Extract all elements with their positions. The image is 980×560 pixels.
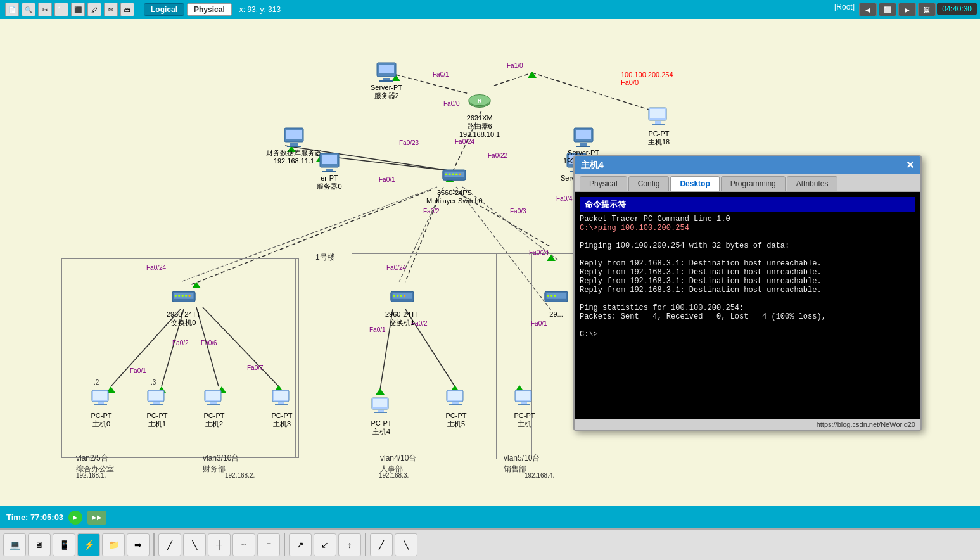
network-canvas[interactable]: vlan2/5台 综合办公室 vlan3/10台 财务部 vlan4/10台 人… [0, 19, 980, 506]
tab-config[interactable]: Config [628, 176, 670, 191]
svg-point-81 [554, 295, 556, 297]
tool-line4[interactable]: ╌ [232, 533, 255, 556]
dialog-content[interactable]: 命令提示符 Packet Tracer PC Command Line 1.0 … [575, 192, 920, 421]
redo-button[interactable]: ✉ [104, 3, 118, 16]
finance-server-icon [281, 124, 307, 149]
dialog-titlebar: 主机4 ✕ [575, 156, 920, 174]
tool-line5[interactable]: ⁻ [257, 533, 280, 556]
finance-server-device[interactable]: 财务数据库服务器192.168.11.1 [266, 124, 322, 165]
svg-rect-83 [576, 130, 591, 139]
svg-point-68 [181, 295, 184, 297]
tool-line1[interactable]: ╱ [158, 533, 181, 556]
server0-device[interactable]: er-PT服务器0 [317, 149, 342, 191]
cmd-line2: C:\>ping 100.100.200.254 [580, 224, 915, 232]
host1-label: PC-PT主机1 [147, 412, 168, 428]
host4-device[interactable]: PC-PT主机4 [369, 394, 394, 436]
tool-router[interactable]: ⚡ [77, 533, 100, 556]
cmd-line4: Pinging 100.100.200.254 with 32 bytes of… [580, 241, 915, 250]
tool-select[interactable]: 💻 [3, 533, 26, 556]
multilayer-switch-device[interactable]: 3560-24PSMultilayer Switch0 [426, 163, 483, 205]
host18-ip: 100.100.200.254Fa0/0 [621, 71, 673, 86]
svg-rect-112 [521, 402, 527, 404]
tool-anim2[interactable]: ╲ [395, 533, 417, 556]
svg-point-80 [550, 295, 553, 297]
tab-desktop[interactable]: Desktop [670, 176, 719, 191]
dialog-tabs: Physical Config Desktop Programming Attr… [575, 174, 920, 192]
switch0-device[interactable]: 2960-24TT交换机0 [167, 285, 201, 327]
port-fa07-sw0: Fa0/7 [247, 364, 264, 371]
port-fa01-s2: Fa0/1 [433, 71, 449, 78]
fast-forward-button[interactable]: ▶▶ [87, 511, 106, 525]
svg-point-79 [547, 295, 549, 297]
save-button[interactable]: ✂ [38, 3, 52, 16]
svg-rect-91 [149, 391, 163, 400]
host0-device[interactable]: PC-PT主机0 [89, 386, 114, 428]
switch2-device[interactable]: 29... [544, 285, 569, 319]
host2-device[interactable]: PC-PT主机2 [201, 386, 227, 428]
svg-point-59 [445, 173, 448, 175]
vlan-label-finance: vlan3/10台 财务部 [203, 453, 239, 474]
host-right-label: PC-PT主机 [514, 412, 535, 428]
tool-line3[interactable]: ┼ [208, 533, 231, 556]
tab-programming[interactable]: Programming [721, 176, 786, 191]
tab-physical[interactable]: Physical [187, 3, 232, 16]
tool-pdu2[interactable]: ↙ [314, 533, 336, 556]
tab-attributes[interactable]: Attributes [787, 176, 838, 191]
svg-rect-37 [379, 80, 393, 82]
router6-device[interactable]: R 2621XM路由器6192.168.10.1 [459, 89, 500, 139]
host1-icon [144, 386, 170, 412]
tool-hub[interactable]: 🖥 [28, 533, 51, 556]
toolbar-separator [139, 3, 139, 16]
print-button[interactable]: 🗃 [120, 3, 134, 16]
toolbar: 📄 🔍 ✂ ⬜ ⬛ 🖊 ✉ 🗃 Logical Physical x: 93, … [0, 0, 980, 19]
host18-device[interactable]: PC-PT主机18 [646, 105, 671, 146]
building-label: 1号楼 [315, 252, 335, 263]
tool-anim1[interactable]: ╱ [370, 533, 393, 556]
cmd-line6: Reply from 192.168.3.1: Destination host… [580, 259, 915, 268]
nav-zoom[interactable]: 🖼 [918, 3, 936, 16]
svg-rect-92 [153, 402, 160, 404]
svg-rect-95 [206, 391, 220, 400]
host3-device[interactable]: PC-PT主机3 [269, 386, 295, 428]
tool-pdu3[interactable]: ↕ [338, 533, 361, 556]
ip-bottom-2: 192.168.2. [225, 472, 255, 479]
tool-switch[interactable]: 📱 [53, 533, 75, 556]
cmd-line12: Packets: Sent = 4, Received = 0, Lost = … [580, 312, 915, 321]
tab-physical[interactable]: Physical [580, 176, 627, 191]
open-button[interactable]: 🔍 [22, 3, 35, 16]
svg-point-74 [397, 295, 399, 297]
new-button[interactable]: 📄 [5, 3, 19, 16]
host2-label: PC-PT主机2 [204, 412, 225, 428]
play-button[interactable]: ▶ [68, 511, 82, 525]
host-right-device[interactable]: PC-PT主机 [512, 386, 537, 428]
nav-forward[interactable]: ⬜ [879, 3, 896, 16]
svg-rect-52 [287, 146, 301, 147]
host3-label: PC-PT主机3 [272, 412, 293, 428]
paste-button[interactable]: ⬛ [71, 3, 85, 16]
bottom-tools: 💻 🖥 📱 ⚡ 📁 ➡ ╱ ╲ ┼ ╌ ⁻ ↗ ↙ ↕ ╱ ╲ [0, 528, 980, 560]
dialog-close[interactable]: ✕ [906, 159, 914, 171]
host1-device[interactable]: PC-PT主机1 [144, 386, 170, 428]
server2-device[interactable]: Server-PT服务器2 [371, 58, 402, 100]
switch1-icon [390, 285, 415, 310]
svg-rect-96 [210, 402, 217, 404]
svg-point-73 [393, 295, 395, 297]
port-fa01-sw0: Fa0/1 [130, 367, 146, 374]
router6-icon: R [467, 89, 492, 114]
tool-cloud[interactable]: ➡ [127, 533, 150, 556]
svg-line-1 [494, 73, 532, 86]
tab-logical[interactable]: Logical [144, 3, 184, 16]
nav-back[interactable]: ◀ [859, 3, 877, 16]
host3-icon [269, 386, 295, 412]
cmd-line8: Reply from 192.168.3.1: Destination host… [580, 277, 915, 286]
svg-point-69 [185, 295, 188, 297]
tool-line2[interactable]: ╲ [183, 533, 206, 556]
svg-rect-42 [650, 109, 665, 118]
nav-home[interactable]: ▶ [898, 3, 916, 16]
copy-button[interactable]: ⬜ [54, 3, 68, 16]
svg-point-61 [452, 173, 455, 175]
undo-button[interactable]: 🖊 [87, 3, 101, 16]
tool-server[interactable]: 📁 [102, 533, 125, 556]
tool-pdu1[interactable]: ↗ [289, 533, 312, 556]
host5-device[interactable]: PC-PT主机5 [443, 386, 469, 428]
